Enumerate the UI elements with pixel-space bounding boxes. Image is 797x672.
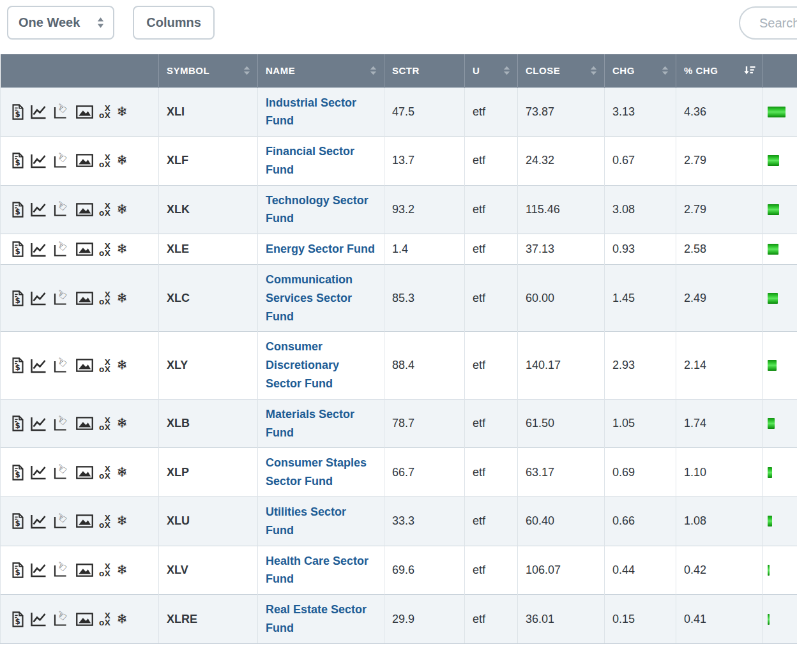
fund-name-link[interactable]: Materials Sector Fund — [266, 405, 376, 442]
sharpchart-icon[interactable] — [30, 153, 47, 168]
table-row: $ ☜ — [1, 399, 797, 448]
sharpchart-icon[interactable] — [30, 514, 47, 529]
gallery-view-icon[interactable] — [76, 359, 93, 372]
gallery-view-icon[interactable] — [76, 564, 93, 577]
interactive-chart-icon[interactable]: ☜ — [53, 611, 70, 627]
seasonality-icon[interactable]: ❄ — [116, 154, 128, 167]
chg-cell: 0.93 — [605, 234, 676, 265]
interactive-chart-icon[interactable]: ☜ — [53, 416, 70, 431]
symbol-summary-icon[interactable]: $ — [11, 241, 24, 257]
sort-arrows-icon[interactable] — [503, 66, 511, 75]
interactive-chart-icon[interactable]: ☜ — [53, 290, 70, 306]
gallery-view-icon[interactable] — [76, 292, 93, 305]
sort-arrows-icon[interactable] — [369, 66, 377, 75]
interactive-chart-icon[interactable]: ☜ — [53, 358, 70, 373]
fund-name-link[interactable]: Financial Sector Fund — [266, 142, 376, 179]
point-and-figure-icon[interactable]: XoX — [99, 465, 110, 479]
header-u[interactable]: U — [465, 54, 518, 87]
point-and-figure-icon[interactable]: XoX — [99, 105, 110, 119]
point-and-figure-icon[interactable]: XoX — [99, 514, 110, 528]
header-name[interactable]: NAME — [258, 54, 384, 87]
symbol-summary-icon[interactable]: $ — [11, 153, 24, 168]
seasonality-icon[interactable]: ❄ — [116, 466, 128, 479]
seasonality-icon[interactable]: ❄ — [116, 359, 128, 372]
fund-name-link[interactable]: Industrial Sector Fund — [266, 94, 376, 131]
sort-arrows-icon[interactable] — [243, 66, 251, 75]
point-and-figure-icon[interactable]: XoX — [99, 563, 110, 577]
seasonality-icon[interactable]: ❄ — [116, 417, 128, 430]
fund-name-link[interactable]: Technology Sector Fund — [266, 191, 376, 228]
seasonality-icon[interactable]: ❄ — [116, 243, 128, 256]
interactive-chart-icon[interactable]: ☜ — [53, 514, 70, 529]
symbol-summary-icon[interactable]: $ — [11, 465, 24, 481]
gallery-view-icon[interactable] — [76, 514, 93, 528]
point-and-figure-icon[interactable]: XoX — [99, 291, 110, 305]
sort-descending-icon[interactable] — [743, 66, 755, 75]
gallery-view-icon[interactable] — [76, 105, 93, 119]
gallery-view-icon[interactable] — [76, 613, 93, 626]
interactive-chart-icon[interactable]: ☜ — [53, 242, 70, 257]
gallery-view-icon[interactable] — [76, 466, 93, 479]
symbol-summary-icon[interactable]: $ — [11, 415, 24, 431]
period-select[interactable]: One Week — [7, 6, 114, 40]
point-and-figure-icon[interactable]: XoX — [99, 359, 110, 373]
seasonality-icon[interactable]: ❄ — [116, 613, 128, 626]
sort-arrows-icon[interactable] — [661, 66, 669, 75]
seasonality-icon[interactable]: ❄ — [116, 105, 128, 119]
fund-name-link[interactable]: Consumer Staples Sector Fund — [266, 454, 376, 491]
point-and-figure-icon[interactable]: XoX — [99, 612, 110, 626]
seasonality-icon[interactable]: ❄ — [116, 564, 128, 577]
sharpchart-icon[interactable] — [30, 104, 47, 119]
interactive-chart-icon[interactable]: ☜ — [53, 153, 70, 168]
sharpchart-icon[interactable] — [30, 465, 47, 480]
header-chg[interactable]: CHG — [605, 54, 676, 87]
header-pct-chg[interactable]: % CHG — [676, 54, 763, 87]
fund-name-link[interactable]: Real Estate Sector Fund — [266, 601, 376, 638]
seasonality-icon[interactable]: ❄ — [116, 514, 128, 528]
fund-name-link[interactable]: Consumer Discretionary Sector Fund — [266, 338, 376, 392]
point-and-figure-icon[interactable]: XoX — [99, 243, 110, 257]
sctr-cell: 69.6 — [384, 546, 465, 595]
point-and-figure-icon[interactable]: XoX — [99, 154, 110, 168]
symbol-summary-icon[interactable]: $ — [11, 562, 24, 578]
interactive-chart-icon[interactable]: ☜ — [53, 562, 70, 578]
point-and-figure-icon[interactable]: XoX — [99, 202, 110, 216]
sharpchart-icon[interactable] — [30, 242, 47, 257]
interactive-chart-icon[interactable]: ☜ — [53, 202, 70, 217]
pct-chg-cell: 2.58 — [676, 234, 763, 265]
universe-cell: etf — [465, 497, 518, 546]
gallery-view-icon[interactable] — [76, 203, 93, 216]
gallery-view-icon[interactable] — [76, 417, 93, 430]
header-close[interactable]: CLOSE — [518, 54, 605, 87]
symbol-summary-icon[interactable]: $ — [11, 357, 24, 373]
sort-arrows-icon[interactable] — [589, 66, 598, 75]
symbol-summary-icon[interactable]: $ — [11, 513, 24, 529]
seasonality-icon[interactable]: ❄ — [116, 203, 128, 216]
symbol-summary-icon[interactable]: $ — [11, 104, 24, 120]
columns-button[interactable]: Columns — [133, 6, 215, 40]
sharpchart-icon[interactable] — [30, 562, 47, 578]
sharpchart-icon[interactable] — [30, 416, 47, 431]
name-cell: Consumer Staples Sector Fund — [258, 448, 384, 497]
header-symbol[interactable]: SYMBOL — [159, 54, 258, 87]
symbol-summary-icon[interactable]: $ — [11, 202, 24, 218]
sharpchart-icon[interactable] — [30, 611, 47, 627]
gallery-view-icon[interactable] — [76, 243, 93, 256]
fund-name-link[interactable]: Communication Services Sector Fund — [266, 271, 376, 325]
symbol-summary-icon[interactable]: $ — [11, 611, 24, 627]
sharpchart-icon[interactable] — [30, 290, 47, 306]
point-and-figure-icon[interactable]: XoX — [99, 417, 110, 431]
interactive-chart-icon[interactable]: ☜ — [53, 465, 70, 480]
sharpchart-icon[interactable] — [30, 358, 47, 373]
period-select-value: One Week — [19, 15, 80, 30]
sharpchart-icon[interactable] — [30, 202, 47, 217]
seasonality-icon[interactable]: ❄ — [116, 292, 128, 305]
gallery-view-icon[interactable] — [76, 154, 93, 167]
search-input[interactable] — [739, 6, 797, 40]
fund-name-link[interactable]: Utilities Sector Fund — [266, 503, 376, 540]
fund-name-link[interactable]: Health Care Sector Fund — [266, 552, 376, 589]
pct-chg-bar-cell — [763, 448, 797, 497]
interactive-chart-icon[interactable]: ☜ — [53, 104, 70, 119]
symbol-summary-icon[interactable]: $ — [11, 290, 24, 306]
fund-name-link[interactable]: Energy Sector Fund — [266, 240, 375, 258]
